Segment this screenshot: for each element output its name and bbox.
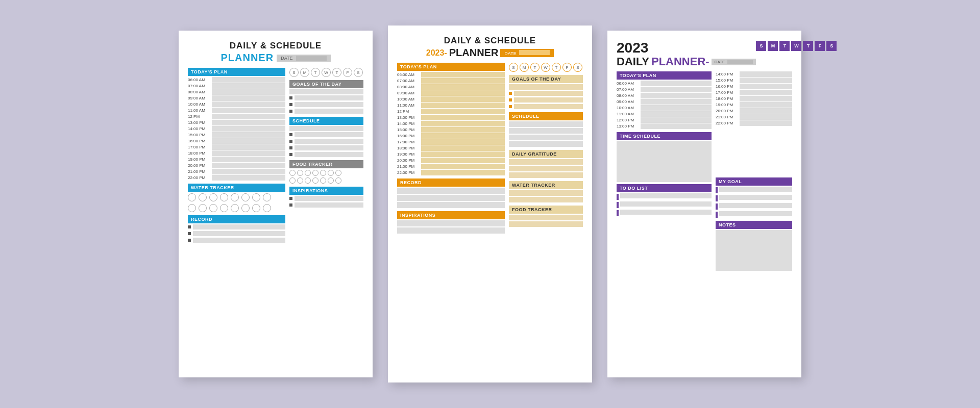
- day-circle: F: [562, 63, 572, 72]
- water-circle: [231, 204, 239, 212]
- planner-card-1: DAILY & SCHEDULE PLANNER DATE TODAY'S PL…: [179, 31, 373, 377]
- card3-days: SMTWTFS: [756, 41, 837, 51]
- day-circle: S: [289, 68, 299, 77]
- card2-record-header: RECORD: [397, 178, 505, 187]
- time-row: 22:00 PM: [716, 120, 792, 126]
- time-row: 07:00 AM: [617, 87, 712, 92]
- water-circle: [209, 193, 217, 201]
- time-row: 08:00 AM: [397, 84, 505, 90]
- day-box: T: [803, 41, 813, 51]
- water-circle: [209, 204, 217, 212]
- card3-title-block: 2023 DAILY PLANNER- DATE: [617, 41, 756, 68]
- water-circle: [220, 193, 228, 201]
- schedule-row: [289, 145, 363, 150]
- goal-row: [289, 109, 363, 114]
- card3-notes-header: NOTES: [716, 221, 792, 229]
- bullet-icon: [188, 225, 191, 228]
- planners-container: DAILY & SCHEDULE PLANNER DATE TODAY'S PL…: [179, 26, 801, 382]
- card1-food-circles-2: [289, 177, 363, 184]
- card3-time-list: 06:00 AM07:00 AM08:00 AM09:00 AM10:00 AM…: [617, 81, 712, 129]
- bullet-icon: [509, 98, 512, 101]
- day-box: F: [815, 41, 825, 51]
- card1-record-row: [188, 231, 285, 236]
- day-box: W: [791, 41, 801, 51]
- card3-left: TODAY'S PLAN 06:00 AM07:00 AM08:00 AM09:…: [617, 71, 712, 271]
- time-row: 17:00 PM: [716, 90, 792, 95]
- mygoal-row: [716, 211, 792, 218]
- water-circle: [220, 204, 228, 212]
- card1-date: DATE: [277, 55, 330, 62]
- time-row: 10:00 AM: [397, 96, 505, 102]
- card1-record-row: [188, 224, 285, 230]
- mygoal-row: [716, 195, 792, 201]
- card1-record-header: RECORD: [188, 215, 285, 223]
- bullet-icon: [289, 110, 292, 113]
- time-row: 15:00 PM: [188, 132, 285, 138]
- time-row: 09:00 AM: [617, 99, 712, 105]
- card2-planner: PLANNER: [449, 47, 499, 59]
- todo-row: [617, 201, 712, 208]
- card3-notes-area: [716, 230, 792, 271]
- card1-right: SMTWTFS GOALS OF THE DAY SCHEDULE FOOD T…: [289, 68, 363, 244]
- time-row: 22:00 PM: [188, 175, 285, 181]
- time-row: 12 PM: [397, 109, 505, 114]
- card1-record-row: [188, 238, 285, 243]
- time-row: 20:00 PM: [397, 158, 505, 163]
- water-circle: [188, 193, 196, 201]
- card1-main: TODAY'S PLAN 06:00 AM07:00 AM08:00 AM09:…: [188, 68, 363, 244]
- card1-inspirations-header: INSPIRATIONS: [289, 187, 363, 195]
- card2-time-list: 06:00 AM07:00 AM08:00 AM09:00 AM10:00 AM…: [397, 72, 505, 175]
- c2-goal-row: [509, 91, 583, 96]
- card3-main: TODAY'S PLAN 06:00 AM07:00 AM08:00 AM09:…: [617, 71, 792, 271]
- water-circle: [241, 204, 250, 212]
- time-row: 06:00 AM: [397, 72, 505, 78]
- time-row: 12 PM: [188, 114, 285, 119]
- card3-right-spacer: 14:00 PM15:00 PM16:00 PM17:00 PM18:00 PM…: [716, 71, 792, 177]
- day-circle: T: [552, 63, 561, 72]
- bullet-icon: [289, 140, 292, 143]
- card3-right: 14:00 PM15:00 PM16:00 PM17:00 PM18:00 PM…: [716, 71, 792, 271]
- day-circle: M: [520, 63, 529, 72]
- time-row: 11:00 AM: [188, 108, 285, 113]
- card1-food-circles: [289, 170, 363, 176]
- time-row: 10:00 AM: [617, 105, 712, 111]
- bullet-icon: [289, 153, 292, 156]
- day-circle: T: [332, 68, 341, 77]
- card1-goals-header: GOALS OF THE DAY: [289, 80, 363, 88]
- time-row: 11:00 AM: [397, 103, 505, 108]
- time-row: 13:00 PM: [188, 120, 285, 125]
- day-circle: W: [322, 68, 331, 77]
- card1-water-header: WATER TRACKER: [188, 184, 285, 192]
- bullet-icon: [509, 92, 512, 95]
- card1-todays-plan-header: TODAY'S PLAN: [188, 68, 285, 76]
- day-circle: T: [311, 68, 320, 77]
- time-row: 14:00 PM: [397, 121, 505, 126]
- card3-year: 2023: [617, 41, 756, 55]
- card1-subtitle: PLANNER DATE: [188, 52, 363, 64]
- card2-schedule-header: SCHEDULE: [509, 112, 583, 120]
- card1-water-circles: [188, 193, 285, 201]
- card3-todays-plan-header: TODAY'S PLAN: [617, 71, 712, 80]
- card3-daily: DAILY: [617, 55, 649, 68]
- card2-subtitle: 2023- PLANNER DATE: [397, 47, 583, 59]
- card2-todays-plan-header: TODAY'S PLAN: [397, 63, 505, 71]
- time-row: 21:00 PM: [188, 169, 285, 174]
- day-circle: S: [573, 63, 582, 72]
- card2-food-header: FOOD TRACKER: [509, 206, 583, 214]
- inspiration-row: [289, 196, 363, 201]
- water-circle: [263, 204, 271, 212]
- time-row: 09:00 AM: [188, 95, 285, 101]
- card1-left: TODAY'S PLAN 06:00 AM07:00 AM08:00 AM09:…: [188, 68, 285, 244]
- card3-time-schedule-header: TIME SCHEDULE: [617, 132, 712, 140]
- day-box: T: [779, 41, 790, 51]
- planner-card-2: DAILY & SCHEDULE 2023- PLANNER DATE TODA…: [388, 26, 592, 382]
- time-row: 20:00 PM: [188, 163, 285, 168]
- water-circle: [199, 204, 207, 212]
- time-row: 17:00 PM: [397, 139, 505, 145]
- bullet-icon: [289, 103, 292, 106]
- water-circle: [188, 204, 196, 212]
- time-row: 07:00 AM: [397, 78, 505, 84]
- time-row: 10:00 AM: [188, 101, 285, 107]
- day-circle: M: [300, 68, 309, 77]
- mygoal-row: [716, 203, 792, 210]
